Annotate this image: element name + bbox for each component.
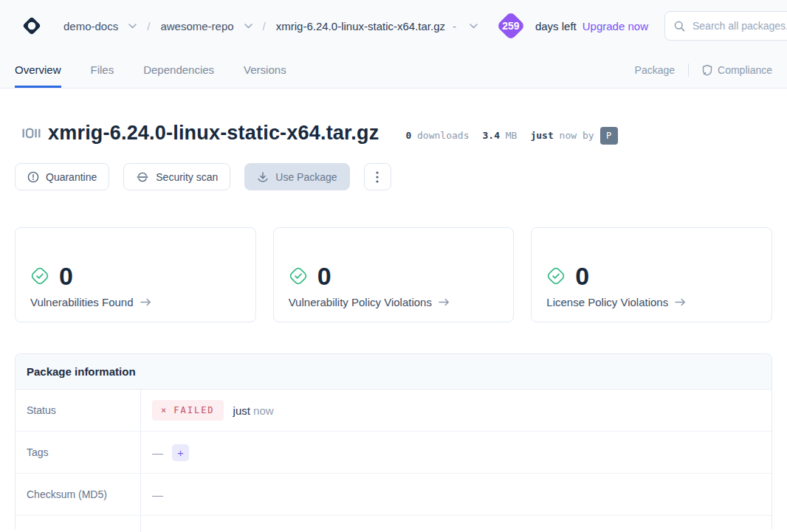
breadcrumb-version-dash: - [453,20,456,32]
breadcrumb-package[interactable]: xmrig-6.24.0-linux-static-x64.tar.gz [276,20,445,32]
add-tag-button[interactable]: + [172,444,189,461]
kebab-menu-icon [376,171,379,183]
top-right-group: 259 days left Upgrade now [497,11,787,41]
status-badge: × FAILED [152,400,224,421]
status-badge-text: FAILED [173,405,214,415]
package-title-row: xmrig-6.24.0-linux-static-x64.tar.gz 0 d… [15,122,772,145]
tab-overview[interactable]: Overview [15,52,61,88]
security-scan-label: Security scan [156,171,218,183]
truncated-row [16,516,771,529]
downloads-count: 0 [405,130,411,141]
top-bar: demo-docs / awesome-repo / xmrig-6.24.0-… [0,0,787,52]
time-rest: now by [560,130,594,141]
brand-logo-icon[interactable] [21,15,43,37]
checksum-empty-dash: — [152,488,163,501]
check-diamond-icon [289,266,308,286]
chevron-down-icon[interactable] [244,24,252,29]
security-scan-button[interactable]: Security scan [123,163,230,190]
card-label: License Policy Violations [546,296,668,308]
alert-circle-icon [27,171,39,183]
tab-bar-right: Package Compliance [635,52,772,88]
use-package-label: Use Package [275,171,337,183]
global-search[interactable] [664,11,787,41]
checksum-row: Checksum (MD5) — [16,474,771,516]
package-information-section: Package information Status × FAILED just… [15,353,772,529]
truncated-row-label [16,516,141,532]
card-value: 0 [317,263,331,289]
card-label: Vulnerability Policy Violations [289,296,432,308]
truncated-row-value [141,516,771,532]
status-row: Status × FAILED just now [16,390,771,432]
vulnerabilities-found-card[interactable]: 0 Vulnerabilities Found [15,227,256,322]
breadcrumb-org[interactable]: demo-docs [63,20,118,32]
binary-format-icon [22,128,41,142]
upload-time-stat: just now by [530,130,594,141]
size-value: 3.4 [482,130,499,141]
status-time-bold: just [233,404,250,417]
status-time: just now [233,404,274,417]
search-icon [674,21,685,32]
size-stat: 3.4 MB [482,130,517,141]
quarantine-button[interactable]: Quarantine [15,163,109,190]
more-actions-button[interactable] [364,163,391,190]
tab-bar: Overview Files Dependencies Versions Pac… [0,52,787,89]
checksum-row-label: Checksum (MD5) [16,474,141,515]
x-icon: × [161,405,166,415]
tab-versions[interactable]: Versions [244,52,286,88]
vulnerability-policy-violations-card[interactable]: 0 Vulnerability Policy Violations [273,227,515,322]
tags-row-label: Tags [16,432,141,473]
main-content: xmrig-6.24.0-linux-static-x64.tar.gz 0 d… [0,122,787,529]
license-policy-violations-card[interactable]: 0 License Policy Violations [531,227,772,322]
breadcrumb: demo-docs / awesome-repo / xmrig-6.24.0-… [63,20,488,32]
vertical-divider [688,63,689,77]
card-label: Vulnerabilities Found [30,296,134,308]
chevron-down-icon[interactable] [128,24,137,29]
summary-cards-row: 0 Vulnerabilities Found 0 Vulnerability … [15,227,772,322]
download-icon [257,171,269,183]
tags-empty-dash: — [152,446,163,459]
use-package-button[interactable]: Use Package [244,163,349,190]
card-value: 0 [575,263,589,289]
package-meta: 0 downloads 3.4 MB just now by P [392,127,617,145]
compliance-link[interactable]: Compliance [702,64,772,76]
trial-days-badge: 259 [497,12,525,40]
arrow-right-icon [675,298,686,306]
compliance-label: Compliance [718,64,772,76]
tab-dependencies[interactable]: Dependencies [143,52,214,88]
chevron-down-icon[interactable] [470,24,478,29]
arrow-right-icon [439,298,450,306]
breadcrumb-separator: / [147,20,150,32]
time-bold: just [530,130,553,141]
status-row-label: Status [16,390,141,431]
package-information-header: Package information [16,354,771,390]
check-diamond-icon [30,266,49,286]
compliance-shield-icon [702,64,712,76]
scan-icon [136,171,149,183]
check-diamond-icon [546,266,566,286]
tab-files[interactable]: Files [91,52,114,88]
upgrade-now-link[interactable]: Upgrade now [582,20,648,32]
uploader-avatar[interactable]: P [600,127,618,145]
tags-row: Tags — + [16,432,771,474]
downloads-stat: 0 downloads [405,130,469,141]
trial-days-label: days left [535,20,577,32]
status-time-gray: now [253,404,274,417]
card-value: 0 [59,263,73,289]
downloads-label: downloads [417,130,469,141]
action-buttons-row: Quarantine Security scan Use Package [15,163,772,190]
breadcrumb-repo[interactable]: awesome-repo [160,20,233,32]
quarantine-label: Quarantine [46,171,97,183]
page-title: xmrig-6.24.0-linux-static-x64.tar.gz [48,122,379,145]
trial-days-count: 259 [502,20,519,32]
search-input[interactable] [693,20,787,32]
breadcrumb-separator: / [263,20,266,32]
package-view-link[interactable]: Package [635,64,675,76]
arrow-right-icon [140,298,151,306]
size-unit: MB [506,130,518,141]
